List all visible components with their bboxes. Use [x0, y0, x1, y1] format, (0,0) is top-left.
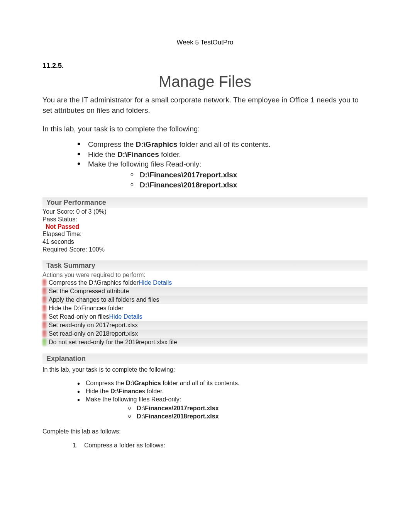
hide-details-link[interactable]: Hide Details: [139, 279, 172, 286]
text: Compress the: [86, 380, 126, 386]
exp-sub-2017: D:\Finances\2017report.xlsx: [128, 405, 368, 413]
hide-details-link[interactable]: Hide Details: [109, 313, 142, 320]
explanation-header: Explanation: [42, 354, 368, 364]
text: Compress the: [88, 140, 136, 148]
bullet-compress: Compress the D:\Graphics folder and all …: [77, 139, 368, 150]
task-readonly-row: Set Read-only on filesHide Details: [42, 313, 368, 321]
subtask-readonly-2017: Set read-only on 2017report.xlsx: [42, 321, 368, 330]
pass-status-label: Pass Status:: [42, 216, 368, 223]
explanation-intro: In this lab, your task is to complete th…: [42, 366, 368, 373]
exp-bullet-readonly: Make the following files Read-only: D:\F…: [77, 396, 368, 420]
exp-sub-2018: D:\Finances\2018report.xlsx: [128, 413, 368, 421]
document-page: Week 5 TestOutPro 11.2.5. Manage Files Y…: [0, 0, 410, 472]
task-text: Do not set read-only for the 2019report.…: [49, 339, 177, 346]
task-text: Hide the D:\Finances folder: [49, 305, 124, 312]
task-compress-row: Compress the D:\Graphics folderHide Deta…: [42, 279, 368, 287]
actions-intro: Actions you were required to perform:: [42, 272, 368, 279]
bullet-hide: Hide the D:\Finances folder.: [77, 150, 368, 160]
text: folder and all of its contents.: [177, 140, 271, 148]
text: Hide the: [88, 150, 117, 158]
task-summary-header: Task Summary: [42, 260, 368, 271]
bold-path: D:\Graphics: [126, 380, 161, 386]
text: s folder.: [142, 388, 164, 394]
bold-path: D:\Graphics: [136, 140, 178, 148]
bold-path: D:\Finances: [117, 150, 159, 158]
bullet-readonly: Make the following files Read-only: D:\F…: [77, 159, 368, 190]
task-text: Set read-only on 2018report.xlsx: [49, 330, 138, 337]
fail-icon: [42, 279, 46, 286]
pass-icon: [42, 339, 46, 346]
text: folder.: [159, 150, 181, 158]
score-line: Your Score: 0 of 3 (0%): [42, 208, 368, 216]
sub-2017: D:\Finances\2017report.xlsx: [130, 170, 368, 180]
fail-icon: [42, 322, 46, 329]
task-text: Compress the D:\Graphics folder: [49, 279, 139, 286]
fail-icon: [42, 296, 46, 303]
task-text: Set the Compressed attribute: [49, 288, 129, 295]
subtask-readonly-2018: Set read-only on 2018report.xlsx: [42, 330, 368, 338]
subtask-compressed-attr: Set the Compressed attribute: [42, 287, 368, 296]
text: Make the following files Read-only:: [86, 396, 181, 403]
exp-readonly-sublist: D:\Finances\2017report.xlsx D:\Finances\…: [128, 405, 368, 421]
required-score: Required Score: 100%: [42, 246, 368, 253]
readonly-sublist: D:\Finances\2017report.xlsx D:\Finances\…: [130, 170, 368, 190]
fail-icon: [42, 288, 46, 295]
sub-2018: D:\Finances\2018report.xlsx: [130, 180, 368, 190]
steps-list: Compress a folder as follows:: [80, 442, 368, 449]
section-number: 11.2.5.: [42, 62, 368, 70]
fail-icon: [42, 330, 46, 337]
performance-header: Your Performance: [42, 197, 368, 208]
explanation-bullet-list: Compress the D:\Graphics folder and all …: [77, 379, 368, 420]
task-text: Set read-only on 2017report.xlsx: [49, 322, 138, 329]
intro-paragraph: You are the IT administrator for a small…: [42, 95, 368, 116]
text: Make the following files Read-only:: [88, 160, 202, 168]
bold-path: D:\Finance: [110, 388, 142, 394]
main-title: Manage Files: [42, 73, 368, 90]
exp-bullet-compress: Compress the D:\Graphics folder and all …: [77, 379, 368, 388]
fail-icon: [42, 305, 46, 312]
subtask-apply-changes: Apply the changes to all folders and fil…: [42, 296, 368, 304]
text: folder and all of its contents.: [161, 380, 240, 386]
text: Hide the: [86, 388, 110, 394]
task-bullet-list: Compress the D:\Graphics folder and all …: [77, 139, 368, 190]
task-intro: In this lab, your task is to complete th…: [42, 125, 368, 133]
fail-icon: [42, 313, 46, 320]
task-text: Apply the changes to all folders and fil…: [49, 296, 159, 303]
exp-bullet-hide: Hide the D:\Finances folder.: [77, 388, 368, 396]
page-header: Week 5 TestOutPro: [42, 39, 368, 46]
subtask-no-readonly-2019: Do not set read-only for the 2019report.…: [42, 338, 368, 347]
pass-status-value: Not Passed: [42, 223, 368, 230]
task-text: Set Read-only on files: [49, 313, 109, 320]
task-hide-row: Hide the D:\Finances folder: [42, 304, 368, 313]
elapsed-label: Elapsed Time:: [42, 230, 368, 238]
elapsed-value: 41 seconds: [42, 238, 368, 246]
step-1: Compress a folder as follows:: [80, 442, 368, 449]
complete-intro: Complete this lab as follows:: [42, 428, 368, 435]
